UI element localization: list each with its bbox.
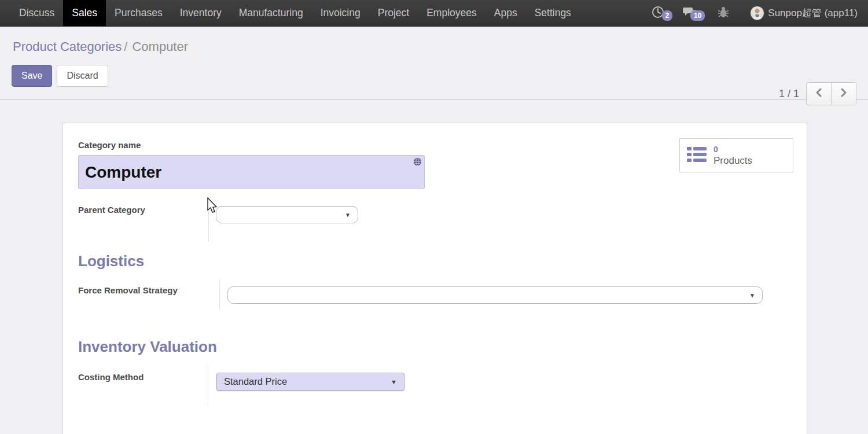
nav-item-project[interactable]: Project — [369, 0, 418, 26]
user-avatar — [750, 6, 764, 20]
breadcrumb-separator: / — [122, 39, 130, 54]
user-menu[interactable]: Sunpop超管 (app11) — [745, 6, 862, 20]
products-count: 0 — [713, 144, 752, 156]
activities-menu[interactable]: 2 — [647, 6, 669, 21]
products-stat-button[interactable]: 0 Products — [679, 138, 793, 172]
main-menu: Discuss Sales Purchases Inventory Manufa… — [0, 0, 580, 26]
products-label: Products — [713, 155, 752, 167]
messages-menu[interactable]: 10 — [678, 6, 701, 21]
breadcrumb-product-categories[interactable]: Product Categories — [13, 39, 122, 54]
field-separator — [208, 365, 208, 407]
pager-value: 1 / 1 — [779, 88, 799, 100]
caret-down-icon: ▼ — [391, 378, 397, 385]
form-sheet: 0 Products Category name Parent Category… — [62, 123, 807, 434]
section-title-inventory-valuation: Inventory Valuation — [78, 338, 217, 356]
save-button[interactable]: Save — [12, 65, 52, 87]
activity-count-badge: 2 — [662, 10, 673, 21]
nav-item-sales[interactable]: Sales — [63, 0, 106, 26]
discard-button[interactable]: Discard — [57, 65, 108, 87]
user-name: Sunpop超管 (app11) — [764, 6, 858, 20]
breadcrumb-current: Computer — [130, 39, 188, 54]
chevron-left-icon — [815, 88, 823, 100]
nav-item-inventory[interactable]: Inventory — [171, 0, 230, 26]
costing-method-label: Costing Method — [78, 372, 144, 382]
force-removal-label: Force Removal Strategy — [78, 285, 178, 295]
translate-globe-icon[interactable] — [413, 157, 422, 166]
field-separator — [219, 280, 220, 309]
category-name-label: Category name — [78, 140, 141, 150]
systray: 2 10 — [647, 0, 868, 26]
caret-down-icon: ▼ — [345, 212, 351, 218]
parent-category-dropdown[interactable]: ▼ — [216, 206, 358, 223]
costing-method-select[interactable]: Standard Price ▼ — [216, 373, 404, 391]
form-buttons: Save Discard — [12, 65, 856, 87]
nav-item-apps[interactable]: Apps — [486, 0, 526, 26]
nav-item-manufacturing[interactable]: Manufacturing — [230, 0, 312, 26]
caret-down-icon: ▼ — [749, 292, 755, 299]
nav-item-employees[interactable]: Employees — [418, 0, 486, 26]
nav-item-settings[interactable]: Settings — [526, 0, 580, 26]
category-name-input[interactable] — [78, 155, 425, 189]
nav-item-purchases[interactable]: Purchases — [106, 0, 171, 26]
nav-item-discuss[interactable]: Discuss — [10, 0, 63, 26]
chevron-right-icon — [840, 88, 848, 100]
breadcrumb: Product Categories/Computer — [13, 39, 856, 54]
debug-menu[interactable] — [713, 6, 734, 21]
control-panel: Product Categories/Computer Save Discard… — [0, 27, 868, 100]
message-count-badge: 10 — [690, 10, 705, 21]
top-navbar: Discuss Sales Purchases Inventory Manufa… — [0, 0, 868, 27]
nav-item-invoicing[interactable]: Invoicing — [312, 0, 369, 26]
costing-method-value: Standard Price — [224, 376, 287, 387]
field-separator — [208, 206, 209, 242]
force-removal-dropdown[interactable]: ▼ — [227, 286, 763, 304]
bug-icon — [718, 6, 729, 21]
list-icon — [687, 146, 707, 165]
content-area: 0 Products Category name Parent Category… — [0, 100, 868, 434]
parent-category-label: Parent Category — [78, 205, 145, 215]
section-title-logistics: Logistics — [78, 252, 144, 270]
